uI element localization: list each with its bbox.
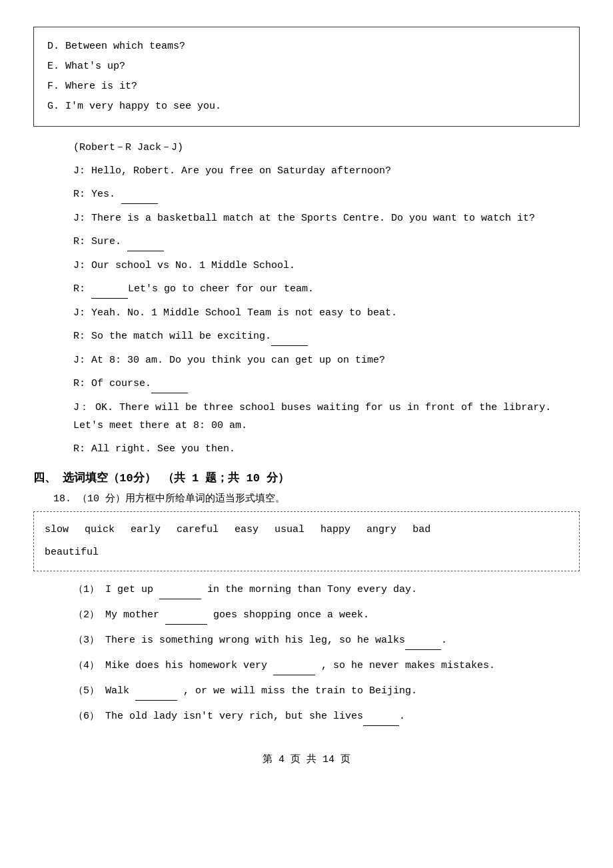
- speaker-j4: J:: [73, 307, 91, 319]
- dialogue-line: J: At 8: 30 am. Do you think you can get…: [73, 351, 580, 369]
- exercise-1: （1） I get up in the morning than Tony ev…: [73, 581, 580, 599]
- blank-5: [135, 682, 177, 701]
- section-header: 四、 选词填空（10分） （共 1 题；共 10 分）: [33, 470, 580, 485]
- ex-num-1: （1）: [73, 584, 99, 595]
- exercise-6: （6） The old lady isn't very rich, but sh…: [73, 707, 580, 726]
- speaker-r4: R:: [73, 331, 91, 342]
- speaker-r1: R:: [73, 189, 91, 200]
- ex-num-4: （4）: [73, 660, 99, 671]
- speaker-r5: R:: [73, 378, 91, 389]
- speaker-j6: J：: [73, 402, 89, 413]
- option-e: E. What's up?: [47, 57, 566, 77]
- dialogue-line: R: Sure.: [73, 233, 580, 251]
- blank-r4: [271, 327, 308, 346]
- dialogue-line: J： OK. There will be three school buses …: [73, 399, 580, 435]
- option-g: G. I'm very happy to see you.: [47, 97, 566, 117]
- dialogue-text-r5: Of course.: [91, 378, 188, 389]
- ex-num-3: （3）: [73, 635, 99, 646]
- ex-num-2: （2）: [73, 609, 99, 621]
- dialogue-text-r6: All right. See you then.: [91, 443, 235, 455]
- speaker-j2: J:: [73, 213, 91, 224]
- dialogue-line: J: There is a basketball match at the Sp…: [73, 209, 580, 227]
- word-quick: quick: [85, 520, 115, 540]
- dialogue-text-r2: Sure.: [91, 236, 164, 247]
- word-careful: careful: [177, 520, 219, 540]
- blank-2: [165, 606, 207, 625]
- instruction-text: （10 分）用方框中所给单词的适当形式填空。: [77, 493, 285, 505]
- word-happy: happy: [320, 520, 350, 540]
- word-usual: usual: [275, 520, 305, 540]
- dialogue-line: R: Let's go to cheer for our team.: [73, 280, 580, 299]
- blank-3: [405, 631, 441, 650]
- blank-6: [363, 707, 399, 726]
- word-box: slow quick early careful easy usual happ…: [33, 511, 580, 571]
- speaker-j5: J:: [73, 355, 91, 366]
- dialogue-text-j1: Hello, Robert. Are you free on Saturday …: [91, 165, 391, 177]
- dialogue-text-r4: So the match will be exciting.: [91, 331, 308, 342]
- page-footer: 第 4 页 共 14 页: [33, 753, 580, 765]
- exercise-5: （5） Walk , or we will miss the train to …: [73, 682, 580, 701]
- dialogue-text-j3: Our school vs No. 1 Middle School.: [91, 260, 295, 271]
- word-row-2: beautiful: [45, 543, 568, 563]
- ex-num-6: （6）: [73, 711, 99, 722]
- dialogue-text-j4: Yeah. No. 1 Middle School Team is not ea…: [91, 307, 397, 319]
- word-row: slow quick early careful easy usual happ…: [45, 520, 568, 540]
- speaker-r3: R:: [73, 283, 91, 295]
- speaker-j3: J:: [73, 260, 91, 271]
- options-box: D. Between which teams? E. What's up? F.…: [33, 27, 580, 127]
- option-d: D. Between which teams?: [47, 37, 566, 57]
- word-beautiful: beautiful: [45, 547, 99, 558]
- blank-r1: [121, 185, 158, 204]
- question-label: 18.: [53, 493, 71, 505]
- speaker-r2: R:: [73, 236, 91, 247]
- word-angry: angry: [366, 520, 396, 540]
- option-f: F. Where is it?: [47, 77, 566, 97]
- blank-r2: [127, 233, 164, 251]
- word-early: early: [131, 520, 161, 540]
- blank-4: [273, 657, 315, 675]
- ex-num-5: （5）: [73, 685, 99, 697]
- exercise-3: （3） There is something wrong with his le…: [73, 631, 580, 650]
- dialogue-line: R: All right. See you then.: [73, 440, 580, 458]
- word-easy: easy: [235, 520, 259, 540]
- dialogue-line: R: So the match will be exciting.: [73, 327, 580, 346]
- dialogue-text-j5: At 8: 30 am. Do you think you can get up…: [91, 355, 385, 366]
- dialogue-line: R: Yes.: [73, 185, 580, 204]
- word-slow: slow: [45, 520, 69, 540]
- dialogue-line: R: Of course.: [73, 375, 580, 393]
- footer-text: 第 4 页 共 14 页: [263, 754, 350, 765]
- word-bad: bad: [412, 520, 430, 540]
- exercises: （1） I get up in the morning than Tony ev…: [33, 581, 580, 726]
- instruction: 18. （10 分）用方框中所给单词的适当形式填空。: [53, 492, 580, 505]
- dialogue-section: J: Hello, Robert. Are you free on Saturd…: [33, 162, 580, 458]
- dialogue-text-r1: Yes.: [91, 189, 158, 200]
- dialogue-line: J: Hello, Robert. Are you free on Saturd…: [73, 162, 580, 180]
- dialogue-text-r3: Let's go to cheer for our team.: [91, 283, 314, 295]
- blank-r3: [91, 280, 128, 299]
- role-note: (Robert－R Jack－J): [73, 139, 580, 157]
- blank-1: [159, 581, 201, 599]
- dialogue-line: J: Our school vs No. 1 Middle School.: [73, 257, 580, 275]
- speaker-r6: R:: [73, 443, 91, 455]
- dialogue-text-j2: There is a basketball match at the Sport…: [91, 213, 535, 224]
- dialogue-line: J: Yeah. No. 1 Middle School Team is not…: [73, 304, 580, 322]
- speaker-j1: J:: [73, 165, 91, 177]
- exercise-4: （4） Mike does his homework very , so he …: [73, 657, 580, 675]
- exercise-2: （2） My mother goes shopping once a week.: [73, 606, 580, 625]
- dialogue-text-j6: OK. There will be three school buses wai…: [73, 402, 551, 431]
- blank-r5: [151, 375, 188, 393]
